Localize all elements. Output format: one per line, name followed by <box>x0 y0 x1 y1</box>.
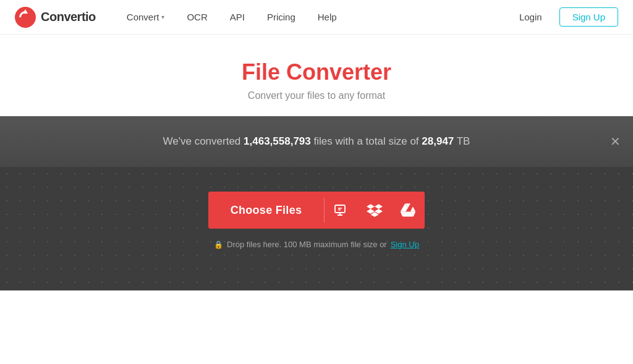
dropzone: Choose Files <box>0 167 633 290</box>
close-button[interactable]: ✕ <box>610 135 621 148</box>
nav-help[interactable]: Help <box>307 0 348 35</box>
nav-api[interactable]: API <box>219 0 256 35</box>
url-icon <box>334 203 349 218</box>
nav-pricing[interactable]: Pricing <box>256 0 307 35</box>
hero-title: File Converter <box>0 59 633 85</box>
nav-ocr[interactable]: OCR <box>176 0 218 35</box>
url-upload-button[interactable] <box>325 192 358 229</box>
chevron-down-icon: ▾ <box>161 14 164 20</box>
google-drive-icon <box>401 203 415 218</box>
cloud-icons-group <box>325 192 425 229</box>
lock-icon: 🔒 <box>214 240 223 249</box>
hero-section: File Converter Convert your files to any… <box>0 35 633 116</box>
svg-rect-2 <box>335 205 345 213</box>
stats-text: We've converted 1,463,558,793 files with… <box>20 135 613 148</box>
choose-files-button[interactable]: Choose Files <box>208 192 325 229</box>
signup-link[interactable]: Sign Up <box>391 240 419 249</box>
hero-subtitle: Convert your files to any format <box>0 90 633 101</box>
size-count: 28,947 <box>422 135 454 147</box>
nav-convert[interactable]: Convert ▾ <box>116 0 176 35</box>
login-button[interactable]: Login <box>512 8 550 26</box>
files-count: 1,463,558,793 <box>244 135 311 147</box>
header: Convertio Convert ▾ OCR API Pricing Help… <box>0 0 633 35</box>
main-nav: Convert ▾ OCR API Pricing Help <box>116 0 512 35</box>
header-actions: Login Sign Up <box>512 7 618 27</box>
signup-button[interactable]: Sign Up <box>559 7 618 27</box>
drop-note: 🔒 Drop files here. 100 MB maximum file s… <box>214 240 419 249</box>
dropbox-button[interactable] <box>358 192 391 229</box>
google-drive-button[interactable] <box>391 192 425 229</box>
svg-marker-7 <box>367 204 375 209</box>
logo-text: Convertio <box>41 10 96 24</box>
svg-marker-8 <box>375 204 383 209</box>
logo-icon <box>15 7 36 28</box>
choose-files-row: Choose Files <box>208 192 425 229</box>
logo[interactable]: Convertio <box>15 7 96 28</box>
dropbox-icon <box>367 202 383 218</box>
stats-banner: We've converted 1,463,558,793 files with… <box>0 116 633 167</box>
